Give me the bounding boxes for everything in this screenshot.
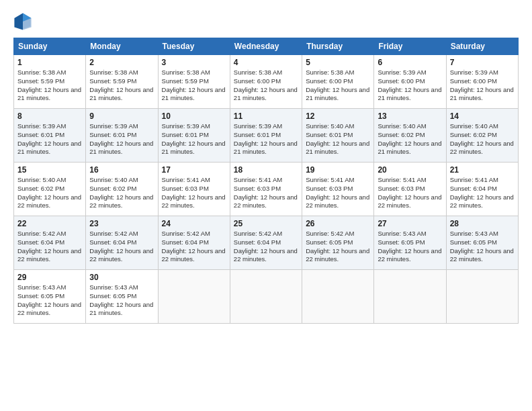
- day-cell-4: 4Sunrise: 5:38 AMSunset: 6:00 PMDaylight…: [230, 55, 302, 109]
- day-cell-7: 7Sunrise: 5:39 AMSunset: 6:00 PMDaylight…: [446, 55, 518, 109]
- day-number: 5: [306, 58, 370, 67]
- day-cell-22: 22Sunrise: 5:42 AMSunset: 6:04 PMDayligh…: [14, 216, 86, 270]
- week-row-1: 1Sunrise: 5:38 AMSunset: 5:59 PMDaylight…: [14, 55, 519, 109]
- day-cell-11: 11Sunrise: 5:39 AMSunset: 6:01 PMDayligh…: [230, 109, 302, 163]
- week-row-3: 15Sunrise: 5:40 AMSunset: 6:02 PMDayligh…: [14, 163, 519, 216]
- day-cell-30: 30Sunrise: 5:43 AMSunset: 6:05 PMDayligh…: [86, 270, 158, 324]
- day-info: Sunrise: 5:42 AMSunset: 6:04 PMDaylight:…: [162, 230, 226, 264]
- day-info: Sunrise: 5:40 AMSunset: 6:02 PMDaylight:…: [378, 122, 442, 156]
- day-number: 28: [450, 219, 515, 228]
- day-info: Sunrise: 5:41 AMSunset: 6:04 PMDaylight:…: [450, 176, 515, 210]
- day-number: 8: [17, 111, 82, 121]
- day-number: 13: [378, 111, 442, 121]
- logo-icon: [13, 12, 32, 31]
- day-info: Sunrise: 5:39 AMSunset: 6:00 PMDaylight:…: [450, 68, 515, 103]
- day-number: 14: [450, 111, 515, 121]
- weekday-thursday: Thursday: [302, 38, 374, 55]
- day-cell-13: 13Sunrise: 5:40 AMSunset: 6:02 PMDayligh…: [374, 109, 446, 163]
- day-cell-19: 19Sunrise: 5:41 AMSunset: 6:03 PMDayligh…: [302, 163, 374, 216]
- day-number: 20: [378, 165, 442, 175]
- svg-marker-2: [14, 13, 23, 30]
- day-number: 26: [306, 219, 370, 228]
- day-number: 19: [306, 165, 370, 175]
- day-info: Sunrise: 5:42 AMSunset: 6:04 PMDaylight:…: [17, 230, 82, 264]
- logo: [13, 12, 35, 31]
- day-info: Sunrise: 5:38 AMSunset: 6:00 PMDaylight:…: [306, 68, 370, 103]
- weekday-wednesday: Wednesday: [230, 38, 302, 55]
- day-number: 17: [162, 165, 226, 175]
- day-info: Sunrise: 5:43 AMSunset: 6:05 PMDaylight:…: [17, 283, 82, 318]
- day-info: Sunrise: 5:40 AMSunset: 6:02 PMDaylight:…: [450, 122, 515, 156]
- day-number: 30: [89, 273, 154, 282]
- week-row-5: 29Sunrise: 5:43 AMSunset: 6:05 PMDayligh…: [14, 270, 519, 324]
- day-cell-5: 5Sunrise: 5:38 AMSunset: 6:00 PMDaylight…: [302, 55, 374, 109]
- day-cell-23: 23Sunrise: 5:42 AMSunset: 6:04 PMDayligh…: [86, 216, 158, 270]
- day-number: 1: [17, 58, 82, 67]
- day-cell-15: 15Sunrise: 5:40 AMSunset: 6:02 PMDayligh…: [14, 163, 86, 216]
- day-info: Sunrise: 5:41 AMSunset: 6:03 PMDaylight:…: [306, 176, 370, 210]
- day-info: Sunrise: 5:38 AMSunset: 5:59 PMDaylight:…: [89, 68, 154, 103]
- day-info: Sunrise: 5:39 AMSunset: 6:01 PMDaylight:…: [234, 122, 298, 156]
- header: [13, 12, 519, 31]
- weekday-tuesday: Tuesday: [158, 38, 230, 55]
- day-info: Sunrise: 5:41 AMSunset: 6:03 PMDaylight:…: [378, 176, 442, 210]
- day-cell-10: 10Sunrise: 5:39 AMSunset: 6:01 PMDayligh…: [158, 109, 230, 163]
- day-number: 10: [162, 111, 226, 121]
- empty-cell: [374, 270, 446, 324]
- day-cell-9: 9Sunrise: 5:39 AMSunset: 6:01 PMDaylight…: [86, 109, 158, 163]
- day-info: Sunrise: 5:39 AMSunset: 6:00 PMDaylight:…: [378, 68, 442, 103]
- day-info: Sunrise: 5:42 AMSunset: 6:04 PMDaylight:…: [89, 230, 154, 264]
- day-cell-8: 8Sunrise: 5:39 AMSunset: 6:01 PMDaylight…: [14, 109, 86, 163]
- week-row-4: 22Sunrise: 5:42 AMSunset: 6:04 PMDayligh…: [14, 216, 519, 270]
- day-info: Sunrise: 5:42 AMSunset: 6:05 PMDaylight:…: [306, 230, 370, 264]
- day-cell-21: 21Sunrise: 5:41 AMSunset: 6:04 PMDayligh…: [446, 163, 518, 216]
- day-cell-26: 26Sunrise: 5:42 AMSunset: 6:05 PMDayligh…: [302, 216, 374, 270]
- day-info: Sunrise: 5:41 AMSunset: 6:03 PMDaylight:…: [162, 176, 226, 210]
- empty-cell: [446, 270, 518, 324]
- day-cell-27: 27Sunrise: 5:43 AMSunset: 6:05 PMDayligh…: [374, 216, 446, 270]
- day-number: 2: [89, 58, 154, 67]
- empty-cell: [230, 270, 302, 324]
- day-cell-18: 18Sunrise: 5:41 AMSunset: 6:03 PMDayligh…: [230, 163, 302, 216]
- day-info: Sunrise: 5:41 AMSunset: 6:03 PMDaylight:…: [234, 176, 298, 210]
- page: SundayMondayTuesdayWednesdayThursdayFrid…: [0, 0, 532, 411]
- day-number: 22: [17, 219, 82, 228]
- day-cell-2: 2Sunrise: 5:38 AMSunset: 5:59 PMDaylight…: [86, 55, 158, 109]
- day-info: Sunrise: 5:43 AMSunset: 6:05 PMDaylight:…: [378, 230, 442, 264]
- day-info: Sunrise: 5:39 AMSunset: 6:01 PMDaylight:…: [17, 122, 82, 156]
- day-number: 15: [17, 165, 82, 175]
- day-number: 21: [450, 165, 515, 175]
- day-number: 7: [450, 58, 515, 67]
- day-number: 3: [162, 58, 226, 67]
- day-cell-24: 24Sunrise: 5:42 AMSunset: 6:04 PMDayligh…: [158, 216, 230, 270]
- day-number: 23: [89, 219, 154, 228]
- empty-cell: [158, 270, 230, 324]
- day-info: Sunrise: 5:38 AMSunset: 5:59 PMDaylight:…: [162, 68, 226, 103]
- day-number: 27: [378, 219, 442, 228]
- day-number: 6: [378, 58, 442, 67]
- day-number: 18: [234, 165, 298, 175]
- day-info: Sunrise: 5:42 AMSunset: 6:04 PMDaylight:…: [234, 230, 298, 264]
- day-number: 12: [306, 111, 370, 121]
- day-number: 25: [234, 219, 298, 228]
- day-number: 24: [162, 219, 226, 228]
- weekday-sunday: Sunday: [14, 38, 86, 55]
- week-row-2: 8Sunrise: 5:39 AMSunset: 6:01 PMDaylight…: [14, 109, 519, 163]
- day-info: Sunrise: 5:39 AMSunset: 6:01 PMDaylight:…: [89, 122, 154, 156]
- day-info: Sunrise: 5:43 AMSunset: 6:05 PMDaylight:…: [89, 283, 154, 318]
- day-cell-17: 17Sunrise: 5:41 AMSunset: 6:03 PMDayligh…: [158, 163, 230, 216]
- day-info: Sunrise: 5:40 AMSunset: 6:02 PMDaylight:…: [17, 176, 82, 210]
- day-info: Sunrise: 5:38 AMSunset: 5:59 PMDaylight:…: [17, 68, 82, 103]
- calendar-table: SundayMondayTuesdayWednesdayThursdayFrid…: [13, 38, 519, 324]
- day-number: 4: [234, 58, 298, 67]
- day-cell-3: 3Sunrise: 5:38 AMSunset: 5:59 PMDaylight…: [158, 55, 230, 109]
- day-info: Sunrise: 5:43 AMSunset: 6:05 PMDaylight:…: [450, 230, 515, 264]
- day-cell-12: 12Sunrise: 5:40 AMSunset: 6:01 PMDayligh…: [302, 109, 374, 163]
- day-info: Sunrise: 5:38 AMSunset: 6:00 PMDaylight:…: [234, 68, 298, 103]
- day-cell-6: 6Sunrise: 5:39 AMSunset: 6:00 PMDaylight…: [374, 55, 446, 109]
- day-info: Sunrise: 5:39 AMSunset: 6:01 PMDaylight:…: [162, 122, 226, 156]
- weekday-saturday: Saturday: [446, 38, 518, 55]
- day-number: 9: [89, 111, 154, 121]
- day-cell-20: 20Sunrise: 5:41 AMSunset: 6:03 PMDayligh…: [374, 163, 446, 216]
- day-cell-29: 29Sunrise: 5:43 AMSunset: 6:05 PMDayligh…: [14, 270, 86, 324]
